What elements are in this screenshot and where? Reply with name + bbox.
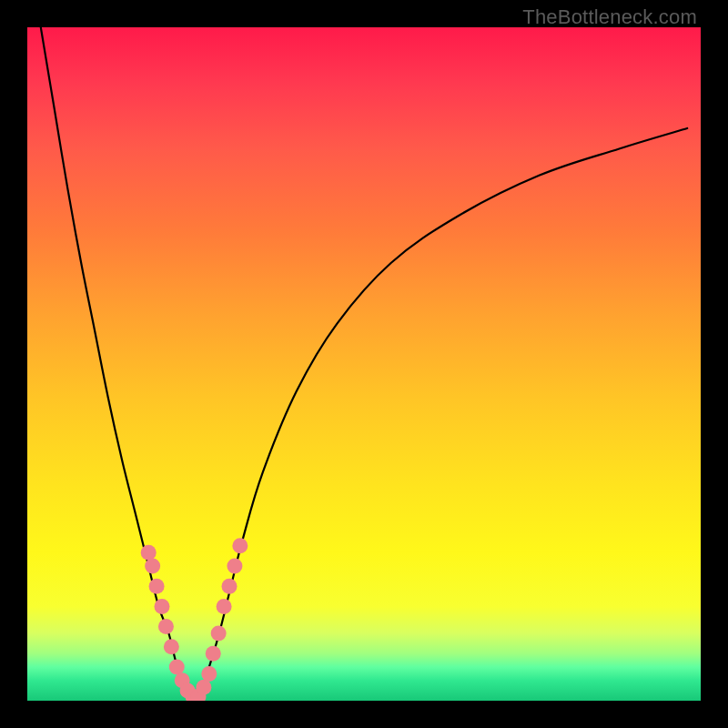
marker-dot xyxy=(227,559,242,574)
marker-group xyxy=(141,538,248,701)
marker-dot xyxy=(158,619,174,634)
marker-dot xyxy=(211,626,227,642)
curve-layer xyxy=(27,27,701,701)
chart-frame: TheBottleneck.com xyxy=(0,0,728,728)
left-curve xyxy=(41,27,196,701)
marker-dot xyxy=(206,646,221,662)
marker-dot xyxy=(155,599,170,614)
marker-dot xyxy=(164,639,179,654)
marker-dot xyxy=(217,599,232,614)
marker-dot xyxy=(169,660,185,675)
watermark-text: TheBottleneck.com xyxy=(522,5,697,29)
marker-dot xyxy=(196,680,211,695)
plot-area xyxy=(27,27,701,701)
marker-dot xyxy=(149,579,165,594)
right-curve xyxy=(196,128,687,701)
marker-dot xyxy=(201,666,217,682)
marker-dot xyxy=(232,538,248,553)
marker-dot xyxy=(222,579,238,594)
marker-dot xyxy=(141,545,157,561)
marker-dot xyxy=(145,559,160,574)
